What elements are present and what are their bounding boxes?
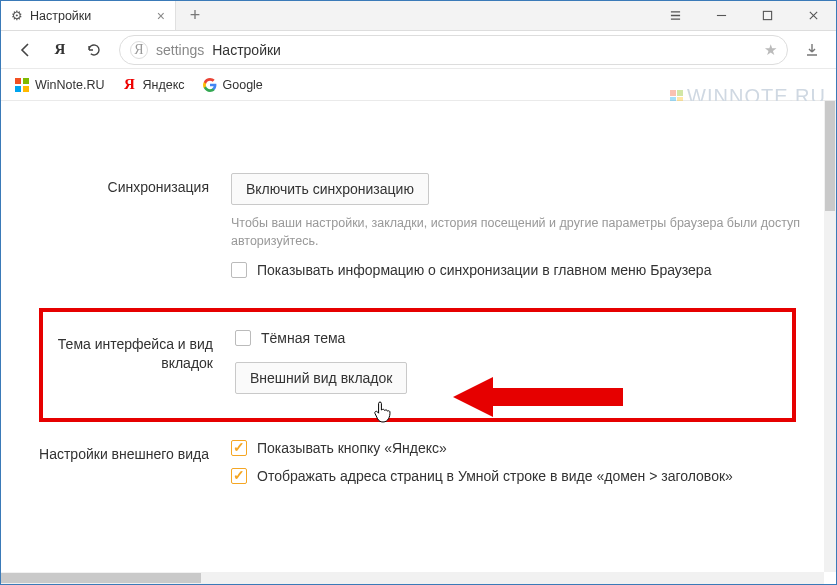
yandex-home-button[interactable]: Я	[45, 36, 75, 64]
bookmark-label: Яндекс	[142, 78, 184, 92]
settings-content: Синхронизация Включить синхронизацию Что…	[1, 101, 824, 572]
gear-icon: ⚙	[11, 8, 23, 23]
minimize-button[interactable]	[698, 1, 744, 30]
svg-rect-4	[23, 86, 29, 92]
site-icon: Я	[130, 41, 148, 59]
checkbox-checked-icon	[231, 468, 247, 484]
close-tab-icon[interactable]: ×	[157, 8, 165, 24]
enable-sync-button[interactable]: Включить синхронизацию	[231, 173, 429, 205]
menu-button[interactable]	[652, 1, 698, 30]
horizontal-scrollbar[interactable]	[1, 572, 824, 584]
address-bar[interactable]: Я settings Настройки ★	[119, 35, 788, 65]
svg-rect-1	[15, 78, 21, 84]
bookmark-label: Google	[223, 78, 263, 92]
section-appearance: Настройки внешнего вида Показывать кнопк…	[1, 436, 824, 496]
svg-rect-2	[23, 78, 29, 84]
winnote-icon	[15, 78, 29, 92]
section-sync: Синхронизация Включить синхронизацию Что…	[1, 161, 824, 290]
svg-marker-5	[453, 377, 623, 417]
address-prefix: settings	[156, 42, 204, 58]
tab-title: Настройки	[30, 9, 91, 23]
downloads-button[interactable]	[798, 42, 826, 58]
toolbar: Я Я settings Настройки ★	[1, 31, 836, 69]
address-title: Настройки	[212, 42, 281, 58]
annotation-arrow-icon	[453, 372, 623, 422]
checkbox-icon	[231, 262, 247, 278]
google-icon	[203, 78, 217, 92]
checkbox-checked-icon	[231, 440, 247, 456]
checkbox-label: Тёмная тема	[261, 330, 345, 346]
yandex-icon: Я	[122, 78, 136, 92]
vertical-scrollbar[interactable]	[824, 101, 836, 572]
close-window-button[interactable]	[790, 1, 836, 30]
svg-rect-0	[763, 11, 771, 19]
bookmark-label: WinNote.RU	[35, 78, 104, 92]
section-label: Настройки внешнего вида	[1, 440, 231, 484]
bookmark-yandex[interactable]: Я Яндекс	[122, 78, 184, 92]
svg-rect-3	[15, 86, 21, 92]
tabs-appearance-button[interactable]: Внешний вид вкладок	[235, 362, 407, 394]
maximize-button[interactable]	[744, 1, 790, 30]
scrollbar-thumb[interactable]	[825, 101, 835, 211]
show-yandex-button-checkbox[interactable]: Показывать кнопку «Яндекс»	[231, 440, 804, 456]
checkbox-label: Показывать кнопку «Яндекс»	[257, 440, 447, 456]
checkbox-icon	[235, 330, 251, 346]
sync-hint: Чтобы ваши настройки, закладки, история …	[231, 215, 804, 250]
new-tab-button[interactable]: +	[176, 1, 214, 30]
dark-theme-checkbox[interactable]: Тёмная тема	[235, 330, 772, 346]
checkbox-label: Показывать информацию о синхронизации в …	[257, 262, 711, 278]
section-label: Синхронизация	[1, 173, 231, 278]
back-button[interactable]	[11, 36, 41, 64]
reload-button[interactable]	[79, 36, 109, 64]
checkbox-label: Отображать адреса страниц в Умной строке…	[257, 468, 733, 484]
section-label: Тема интерфейса и вид вкладок	[43, 330, 235, 394]
window-controls	[652, 1, 836, 30]
browser-tab[interactable]: ⚙ Настройки ×	[1, 1, 176, 30]
bookmark-google[interactable]: Google	[203, 78, 263, 92]
bookmark-star-icon[interactable]: ★	[764, 41, 777, 59]
hand-cursor-icon	[373, 400, 393, 424]
show-domain-title-checkbox[interactable]: Отображать адреса страниц в Умной строке…	[231, 468, 804, 484]
show-sync-info-checkbox[interactable]: Показывать информацию о синхронизации в …	[231, 262, 804, 278]
section-theme-highlight: Тема интерфейса и вид вкладок Тёмная тем…	[39, 308, 796, 422]
bookmark-winnote[interactable]: WinNote.RU	[15, 78, 104, 92]
titlebar: ⚙ Настройки × +	[1, 1, 836, 31]
scrollbar-thumb[interactable]	[1, 573, 201, 583]
